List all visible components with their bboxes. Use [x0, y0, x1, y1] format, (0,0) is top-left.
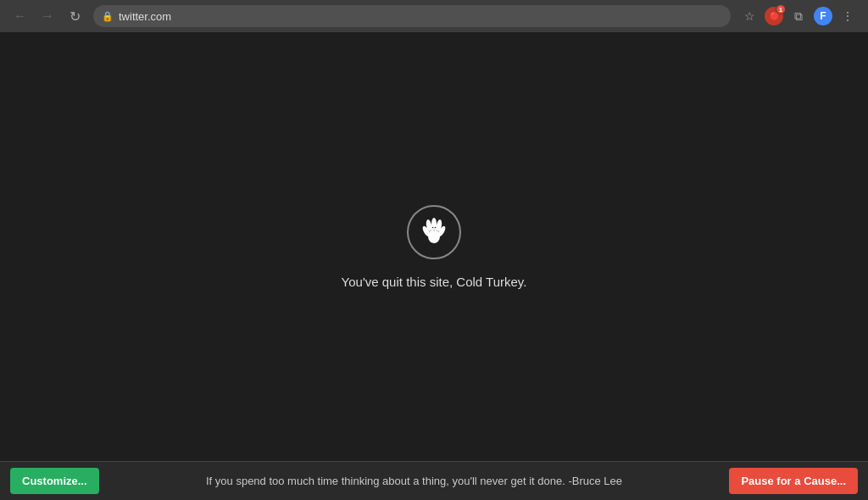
turkey-icon-circle: [407, 205, 461, 259]
profile-letter: F: [820, 10, 826, 22]
address-input[interactable]: [119, 10, 722, 23]
bookmark-button[interactable]: ☆: [737, 4, 761, 28]
ext-badge: 1: [776, 4, 786, 14]
extensions-button[interactable]: ⧉: [787, 4, 810, 28]
profile-avatar[interactable]: F: [814, 7, 832, 25]
bottom-bar: Customize... If you spend too much time …: [0, 461, 868, 500]
turkey-svg: [418, 216, 450, 248]
back-button[interactable]: ←: [8, 4, 32, 28]
customize-button[interactable]: Customize...: [10, 468, 99, 494]
browser-chrome: ← → ↻ 🔒 ☆ 🔴 1 ⧉ F ⋮: [0, 0, 868, 32]
svg-point-8: [435, 226, 437, 228]
reload-button[interactable]: ↻: [63, 4, 86, 28]
toolbar-right: ☆ 🔴 1 ⧉ F ⋮: [737, 4, 860, 28]
nav-buttons: ← → ↻: [8, 4, 86, 28]
svg-point-7: [432, 226, 434, 228]
lock-icon: 🔒: [102, 11, 114, 22]
extension-icon[interactable]: 🔴 1: [765, 7, 783, 25]
pause-for-cause-button[interactable]: Pause for a Cause...: [729, 468, 858, 494]
address-bar-container: 🔒: [93, 5, 731, 27]
menu-button[interactable]: ⋮: [836, 4, 860, 28]
forward-button[interactable]: →: [36, 4, 59, 28]
quit-message: You've quit this site, Cold Turkey.: [342, 275, 527, 289]
svg-point-9: [433, 228, 435, 231]
page-content: You've quit this site, Cold Turkey.: [0, 32, 868, 461]
quote-text: If you spend too much time thinking abou…: [99, 475, 730, 487]
